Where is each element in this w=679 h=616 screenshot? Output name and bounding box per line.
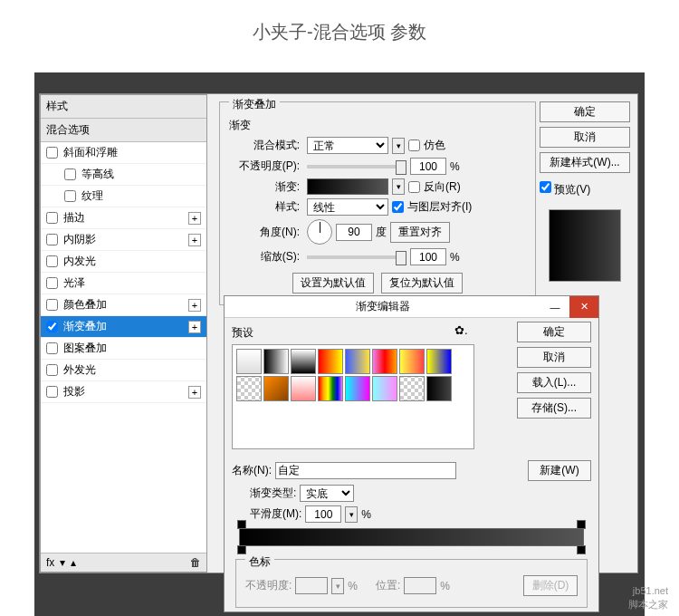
style-row-0[interactable]: 斜面和浮雕 — [41, 142, 206, 164]
editor-ok-button[interactable]: 确定 — [517, 322, 591, 342]
preset-swatch-0[interactable] — [236, 349, 262, 374]
style-checkbox[interactable] — [46, 364, 58, 376]
style-checkbox[interactable] — [46, 299, 58, 311]
gradient-bar[interactable] — [239, 528, 584, 546]
stop-opacity-input — [295, 577, 328, 594]
preset-swatch-12[interactable] — [345, 376, 370, 401]
preset-swatch-13[interactable] — [372, 376, 397, 401]
ok-button[interactable]: 确定 — [540, 101, 630, 122]
drop-arrow-icon[interactable]: ▾ — [392, 138, 405, 154]
plus-icon[interactable]: + — [188, 386, 201, 399]
blending-options-row[interactable]: 混合选项 — [41, 119, 206, 142]
preset-swatch-6[interactable] — [399, 349, 425, 374]
blend-mode-select[interactable]: 正常 — [307, 137, 388, 154]
preset-swatch-2[interactable] — [291, 349, 316, 374]
plus-icon[interactable]: + — [188, 299, 201, 312]
reset-align-button[interactable]: 重置对齐 — [390, 222, 450, 243]
style-row-11[interactable]: 投影+ — [41, 381, 206, 403]
plus-icon[interactable]: + — [188, 234, 201, 246]
style-select[interactable]: 线性 — [307, 198, 388, 216]
style-row-9[interactable]: 图案叠加 — [41, 338, 206, 360]
opacity-slider[interactable] — [307, 165, 406, 168]
preset-swatch-1[interactable] — [263, 349, 289, 374]
style-row-8[interactable]: 渐变叠加+ — [41, 316, 206, 338]
scale-input[interactable] — [410, 248, 446, 265]
preset-swatch-5[interactable] — [372, 349, 397, 374]
plus-icon[interactable]: + — [188, 321, 201, 333]
opacity-input[interactable] — [410, 158, 446, 175]
stop-position-input — [404, 577, 436, 594]
opacity-label: 不透明度(P): — [229, 159, 300, 174]
percent-label: % — [450, 160, 460, 173]
editor-cancel-button[interactable]: 取消 — [517, 347, 591, 368]
style-label: 渐变叠加 — [63, 319, 107, 334]
style-row-5[interactable]: 内发光 — [41, 251, 206, 273]
align-checkbox[interactable] — [392, 201, 404, 213]
pct5: % — [440, 580, 450, 592]
preset-swatch-14[interactable] — [399, 376, 425, 401]
style-row-1[interactable]: 等高线 — [41, 164, 206, 186]
smoothness-drop-icon[interactable]: ▾ — [345, 506, 358, 523]
style-checkbox[interactable] — [46, 321, 58, 332]
chevron-down-icon[interactable]: ▾ — [60, 556, 65, 569]
new-gradient-button[interactable]: 新建(W) — [528, 460, 591, 481]
set-default-button[interactable]: 设置为默认值 — [292, 273, 374, 294]
gradient-drop-icon[interactable]: ▾ — [392, 178, 405, 195]
fx-label[interactable]: fx — [46, 556, 54, 569]
cancel-button[interactable]: 取消 — [540, 127, 630, 148]
type-select[interactable]: 实底 — [300, 485, 354, 502]
scale-slider[interactable] — [307, 255, 406, 259]
style-row-6[interactable]: 光泽 — [41, 273, 206, 294]
style-checkbox[interactable] — [46, 255, 58, 267]
smoothness-input[interactable] — [305, 505, 341, 523]
opacity-stop-left[interactable] — [237, 520, 246, 529]
style-checkbox[interactable] — [46, 234, 58, 245]
style-checkbox[interactable] — [46, 277, 58, 289]
watermark: jb51.net 脚本之家 — [628, 584, 668, 611]
reverse-checkbox[interactable] — [408, 181, 420, 193]
type-label: 渐变类型: — [250, 486, 296, 501]
style-label: 光泽 — [63, 275, 85, 291]
color-stop-right[interactable] — [577, 545, 586, 554]
preset-swatch-15[interactable] — [426, 376, 452, 401]
trash-icon[interactable]: 🗑 — [190, 556, 201, 569]
reset-default-button[interactable]: 复位为默认值 — [381, 273, 463, 294]
style-checkbox[interactable] — [46, 386, 58, 398]
angle-dial[interactable] — [307, 219, 332, 245]
chevron-up-icon[interactable]: ▴ — [71, 556, 76, 569]
gear-icon[interactable]: ✿. — [454, 323, 468, 337]
preset-swatch-11[interactable] — [318, 376, 343, 401]
preview-checkbox[interactable] — [540, 181, 551, 193]
style-row-2[interactable]: 纹理 — [41, 186, 206, 207]
editor-load-button[interactable]: 载入(L)... — [517, 372, 591, 393]
style-checkbox[interactable] — [46, 212, 58, 224]
preset-swatch-8[interactable] — [236, 376, 262, 401]
preset-swatch-7[interactable] — [426, 349, 452, 374]
angle-input[interactable] — [336, 224, 372, 241]
close-icon[interactable]: ✕ — [569, 296, 598, 318]
style-checkbox[interactable] — [64, 190, 76, 202]
style-row-10[interactable]: 外发光 — [41, 360, 206, 381]
delete-stop-button: 删除(D) — [523, 575, 578, 596]
gradient-swatch[interactable] — [307, 178, 388, 195]
new-style-button[interactable]: 新建样式(W)... — [540, 152, 630, 173]
preset-swatch-3[interactable] — [318, 349, 343, 374]
preset-swatch-10[interactable] — [291, 376, 316, 401]
style-row-7[interactable]: 颜色叠加+ — [41, 294, 206, 316]
style-row-4[interactable]: 内阴影+ — [41, 229, 206, 251]
style-label: 纹理 — [81, 188, 103, 204]
style-checkbox[interactable] — [64, 168, 76, 180]
editor-titlebar[interactable]: 渐变编辑器 — ✕ — [225, 296, 598, 318]
style-row-3[interactable]: 描边+ — [41, 207, 206, 229]
preset-swatch-4[interactable] — [345, 349, 370, 374]
style-checkbox[interactable] — [46, 147, 58, 159]
style-checkbox[interactable] — [46, 342, 58, 354]
dither-checkbox[interactable] — [408, 140, 420, 151]
preset-swatch-9[interactable] — [263, 376, 289, 401]
editor-save-button[interactable]: 存储(S)... — [517, 398, 591, 419]
minimize-icon[interactable]: — — [540, 296, 569, 318]
plus-icon[interactable]: + — [188, 212, 201, 225]
color-stop-left[interactable] — [237, 545, 246, 554]
opacity-stop-right[interactable] — [577, 520, 586, 529]
name-input[interactable] — [275, 462, 456, 479]
